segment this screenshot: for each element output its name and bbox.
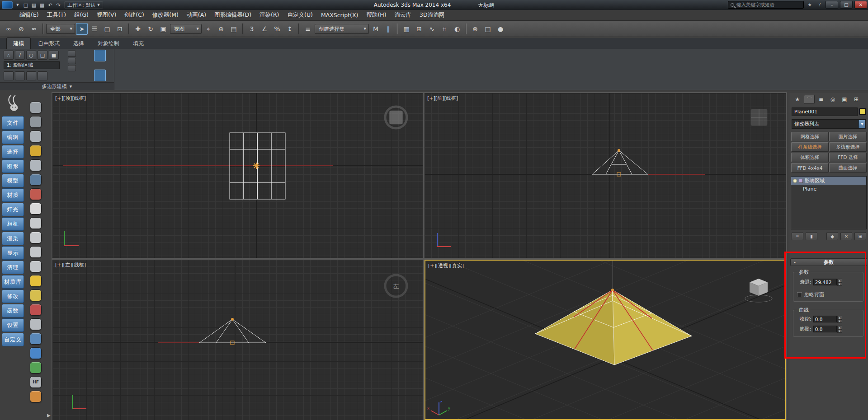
ribbon-mini-button[interactable] [68,51,76,57]
modifier-on-off-lightbulb-icon[interactable] [793,179,797,183]
render-production-icon[interactable]: ● [495,23,506,35]
menu-group[interactable]: 组(G) [70,10,93,20]
bubble-spinner[interactable]: ▲▼ [837,326,842,332]
ignore-backfacing-checkbox[interactable] [797,292,802,297]
window-crossing-icon[interactable]: ⊡ [114,23,126,35]
utilities-tab-icon[interactable]: ⊞ [851,95,862,104]
menu-liuyunku[interactable]: 溜云库 [391,10,416,20]
percent-snap-toggle-icon[interactable]: % [271,23,283,35]
grow-selection-icon[interactable] [38,71,47,80]
ffd-4x4x4-button[interactable]: FFD 4x4x4 [791,163,829,173]
viewport-left-label[interactable]: [+][左][线框] [55,261,86,268]
ribbon-tab-modeling[interactable]: 建模 [6,37,31,49]
viewport-perspective[interactable]: [+][透视][真实] [425,260,786,420]
spinner-snap-toggle-icon[interactable]: ↕ [284,23,296,35]
select-and-scale-icon[interactable]: ▣ [157,23,169,35]
edit-named-selection-sets-icon[interactable]: ≡ [302,23,314,35]
falloff-spinner[interactable]: ▲▼ [837,279,842,285]
viewport-top[interactable]: [+][顶][线框] [52,93,423,258]
new-file-icon[interactable]: □ [22,1,30,9]
schematic-view-icon[interactable]: ⌗ [439,23,450,35]
plane-tool-icon[interactable] [30,203,42,215]
patch-select-button[interactable]: 面片选择 [829,132,867,141]
element-subobject-icon[interactable]: ■ [49,51,59,60]
ribbon-tab-populate[interactable]: 填充 [127,38,150,49]
ring-tool-icon[interactable] [26,71,36,80]
app-menu-arrow-icon[interactable]: ▼ [14,1,22,9]
modify-tab-icon[interactable]: ⌒ [804,95,815,104]
vertex-subobject-icon[interactable]: ∴ [4,51,14,60]
menu-modifiers[interactable]: 修改器(M) [148,10,183,20]
menu-create[interactable]: 创建(C) [120,10,148,20]
select-and-link-icon[interactable]: ∞ [3,23,14,35]
menu-graph-editors[interactable]: 图形编辑器(D) [210,10,255,20]
menu-views[interactable]: 视图(V) [93,10,120,20]
undo-icon[interactable]: ↶ [46,1,54,9]
pinch-spinner[interactable]: ▲▼ [837,316,842,322]
monitor-tool-icon[interactable] [30,116,42,128]
viewcube-front[interactable] [751,109,767,126]
menu-3dliuliu[interactable]: 3D溜溜网 [415,10,448,20]
falloff-value-field[interactable]: 29.482 [813,279,837,285]
pen-tool-icon[interactable] [30,318,42,330]
chevron-down-icon[interactable]: ▼ [859,120,865,128]
material-editor-icon[interactable]: ◐ [451,23,463,35]
paint-bucket-tool-icon[interactable] [30,145,42,157]
ribbon-tab-object-paint[interactable]: 对象绘制 [91,38,126,49]
application-menu-button[interactable] [2,1,13,9]
sphere-tool-icon[interactable] [30,232,42,243]
stack-row-plane[interactable]: Plane [791,185,866,193]
sidebar-item-model[interactable]: 模型 [2,174,24,187]
expand-toolbar-arrow-icon[interactable]: ▶ [47,413,51,418]
sidebar-item-shape[interactable]: 图形 [2,159,24,173]
stack-row-affect-region[interactable]: 影响区域 [791,177,866,185]
menu-animation[interactable]: 动画(A) [183,10,210,20]
show-end-result-icon[interactable]: ▮ [806,232,817,240]
viewcube-top[interactable] [385,107,407,128]
bubble-value-field[interactable]: 0.0 [813,326,837,332]
menu-tools[interactable]: 工具(T) [43,10,70,20]
workspace-dropdown[interactable]: 工作区: 默认 ▼ [64,1,103,9]
select-object-icon[interactable]: ➤ [76,23,88,35]
viewcube-left[interactable]: 左 [385,275,407,297]
object-name-field[interactable]: Plane001 [792,107,858,116]
panel-list-tool-icon[interactable] [30,131,42,142]
create-tab-icon[interactable]: ★ [792,95,803,104]
menu-edit[interactable]: 编辑(E) [15,10,43,20]
favorites-star-icon[interactable]: ★ [806,1,814,9]
loop-tool-icon[interactable] [15,71,25,80]
snaps-toggle-icon[interactable]: 3 [246,23,258,35]
sidebar-item-light[interactable]: 灯光 [2,203,24,216]
donut-tool-icon[interactable] [30,391,42,402]
remove-modifier-icon[interactable]: ✕ [840,232,852,240]
sidebar-item-camera[interactable]: 相机 [2,217,24,231]
menu-customize[interactable]: 自定义(U) [283,10,317,20]
sidebar-item-render[interactable]: 渲染 [2,232,24,245]
maximize-button[interactable]: □ [840,1,853,9]
viewport-front-label[interactable]: [+][前][线框] [427,95,458,102]
help-icon[interactable]: ? [816,1,824,9]
ffd-select-button[interactable]: FFD 选择 [829,153,867,162]
select-and-manipulate-icon[interactable]: ⊕ [215,23,227,35]
border-subobject-icon[interactable]: ○ [26,51,36,60]
select-and-rotate-icon[interactable]: ↻ [145,23,156,35]
keyboard-shortcut-override-icon[interactable]: ▤ [228,23,240,35]
mountain-tool-icon[interactable] [30,333,42,345]
mirror-icon[interactable]: M [370,23,382,35]
ribbon-tab-freeform[interactable]: 自由形式 [32,38,66,49]
viewport-top-label[interactable]: [+][顶][线框] [55,95,86,102]
ribbon-panel-label[interactable]: 多边形建模 ▼ [0,82,114,90]
selection-filter-dropdown[interactable]: 全部 ▼ [46,24,75,34]
sidebar-item-function[interactable]: 函数 [2,304,24,317]
viewport-left[interactable]: [+][左][线框] 左 [52,260,423,420]
rectangular-selection-region-icon[interactable]: ▢ [101,23,113,35]
named-selection-sets-dropdown[interactable]: 创建选择集 ▼ [315,24,369,34]
motion-tab-icon[interactable]: ◎ [827,95,838,104]
mesh-select-button[interactable]: 网格选择 [791,132,829,141]
unlink-selection-icon[interactable]: ⊘ [15,23,27,35]
sidebar-item-custom[interactable]: 自定义 [2,333,24,346]
ribbon-active-mode-button[interactable] [94,50,106,61]
menu-maxscript[interactable]: MAXScript(X) [317,10,362,20]
graphite-modeling-ribbon-icon[interactable]: ⊞ [413,23,425,35]
use-pivot-point-center-icon[interactable]: ⌖ [203,23,214,35]
